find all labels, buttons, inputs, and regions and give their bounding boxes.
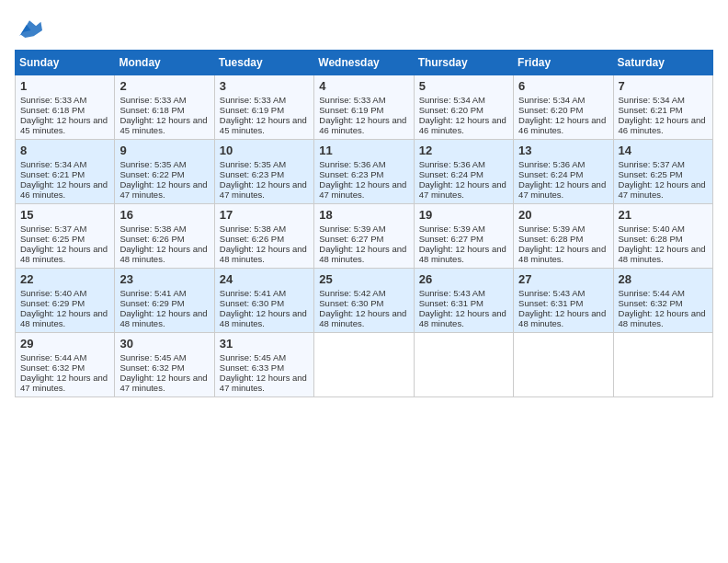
sunrise-label: Sunrise: 5:45 AM — [220, 352, 286, 362]
sunrise-label: Sunrise: 5:35 AM — [119, 159, 186, 169]
daylight-label: Daylight: 12 hours and 48 minutes. — [319, 308, 406, 328]
day-number: 9 — [119, 144, 209, 157]
calendar-cell: 12 Sunrise: 5:36 AM Sunset: 6:24 PM Dayl… — [414, 140, 513, 204]
sunrise-label: Sunrise: 5:34 AM — [20, 159, 86, 169]
daylight-label: Daylight: 12 hours and 47 minutes. — [119, 373, 207, 393]
calendar-cell: 25 Sunrise: 5:42 AM Sunset: 6:30 PM Dayl… — [314, 269, 414, 333]
sunset-label: Sunset: 6:31 PM — [419, 298, 483, 308]
daylight-label: Daylight: 12 hours and 48 minutes. — [20, 308, 108, 328]
sunset-label: Sunset: 6:26 PM — [119, 234, 184, 244]
sunrise-label: Sunrise: 5:44 AM — [20, 352, 86, 362]
calendar-cell: 6 Sunrise: 5:34 AM Sunset: 6:20 PM Dayli… — [514, 75, 613, 140]
daylight-label: Daylight: 12 hours and 45 minutes. — [20, 115, 108, 135]
daylight-label: Daylight: 12 hours and 47 minutes. — [419, 179, 506, 200]
sunrise-label: Sunrise: 5:37 AM — [20, 224, 86, 234]
daylight-label: Daylight: 12 hours and 48 minutes. — [518, 308, 606, 328]
calendar-cell: 1 Sunrise: 5:33 AM Sunset: 6:18 PM Dayli… — [16, 75, 115, 140]
day-number: 26 — [419, 272, 508, 286]
sunrise-label: Sunrise: 5:34 AM — [619, 95, 685, 105]
calendar-cell: 22 Sunrise: 5:40 AM Sunset: 6:29 PM Dayl… — [16, 269, 115, 333]
day-number: 30 — [119, 337, 209, 350]
calendar-cell: 27 Sunrise: 5:43 AM Sunset: 6:31 PM Dayl… — [514, 269, 613, 333]
day-number: 2 — [119, 79, 209, 93]
sunrise-label: Sunrise: 5:41 AM — [119, 288, 186, 298]
day-number: 1 — [20, 79, 109, 93]
day-number: 16 — [119, 208, 209, 222]
daylight-label: Daylight: 12 hours and 48 minutes. — [220, 244, 307, 264]
calendar-cell: 11 Sunrise: 5:36 AM Sunset: 6:23 PM Dayl… — [314, 140, 414, 204]
daylight-label: Daylight: 12 hours and 48 minutes. — [319, 244, 406, 264]
sunset-label: Sunset: 6:18 PM — [119, 105, 184, 115]
day-number: 21 — [619, 208, 708, 222]
daylight-label: Daylight: 12 hours and 45 minutes. — [220, 115, 307, 135]
day-number: 19 — [419, 208, 508, 222]
day-number: 5 — [419, 79, 508, 93]
sunset-label: Sunset: 6:26 PM — [220, 234, 284, 244]
sunset-label: Sunset: 6:23 PM — [319, 169, 383, 179]
sunset-label: Sunset: 6:20 PM — [518, 105, 583, 115]
day-number: 11 — [319, 144, 408, 157]
sunset-label: Sunset: 6:21 PM — [619, 105, 683, 115]
day-number: 20 — [518, 208, 608, 222]
sunset-label: Sunset: 6:20 PM — [419, 105, 483, 115]
daylight-label: Daylight: 12 hours and 48 minutes. — [220, 308, 307, 328]
day-number: 7 — [619, 79, 708, 93]
sunset-label: Sunset: 6:25 PM — [20, 234, 85, 244]
sunset-label: Sunset: 6:28 PM — [518, 234, 583, 244]
calendar-cell: 4 Sunrise: 5:33 AM Sunset: 6:19 PM Dayli… — [314, 75, 414, 140]
sunset-label: Sunset: 6:32 PM — [619, 298, 683, 308]
day-number: 28 — [619, 272, 708, 286]
sunrise-label: Sunrise: 5:36 AM — [518, 159, 585, 169]
sunrise-label: Sunrise: 5:44 AM — [619, 288, 685, 298]
calendar-cell: 19 Sunrise: 5:39 AM Sunset: 6:27 PM Dayl… — [414, 204, 513, 269]
col-header-tuesday: Tuesday — [214, 51, 313, 75]
sunrise-label: Sunrise: 5:39 AM — [518, 224, 585, 234]
sunrise-label: Sunrise: 5:38 AM — [119, 224, 186, 234]
day-number: 15 — [20, 208, 109, 222]
sunrise-label: Sunrise: 5:34 AM — [419, 95, 485, 105]
calendar-cell: 10 Sunrise: 5:35 AM Sunset: 6:23 PM Dayl… — [214, 140, 313, 204]
daylight-label: Daylight: 12 hours and 46 minutes. — [319, 115, 406, 135]
sunrise-label: Sunrise: 5:35 AM — [220, 159, 286, 169]
daylight-label: Daylight: 12 hours and 48 minutes. — [119, 308, 207, 328]
calendar-cell: 29 Sunrise: 5:44 AM Sunset: 6:32 PM Dayl… — [16, 333, 115, 397]
sunset-label: Sunset: 6:24 PM — [518, 169, 583, 179]
calendar-cell: 8 Sunrise: 5:34 AM Sunset: 6:21 PM Dayli… — [16, 140, 115, 204]
calendar-cell — [514, 333, 613, 397]
sunrise-label: Sunrise: 5:42 AM — [319, 288, 385, 298]
sunrise-label: Sunrise: 5:38 AM — [220, 224, 286, 234]
calendar-cell: 14 Sunrise: 5:37 AM Sunset: 6:25 PM Dayl… — [613, 140, 712, 204]
page-header — [15, 15, 713, 40]
sunset-label: Sunset: 6:30 PM — [319, 298, 383, 308]
sunset-label: Sunset: 6:21 PM — [20, 169, 85, 179]
col-header-monday: Monday — [115, 51, 214, 75]
sunrise-label: Sunrise: 5:36 AM — [419, 159, 485, 169]
calendar-cell: 23 Sunrise: 5:41 AM Sunset: 6:29 PM Dayl… — [115, 269, 214, 333]
sunset-label: Sunset: 6:27 PM — [319, 234, 383, 244]
calendar-cell — [314, 333, 414, 397]
calendar-table: SundayMondayTuesdayWednesdayThursdayFrid… — [15, 50, 713, 397]
calendar-cell — [613, 333, 712, 397]
sunset-label: Sunset: 6:28 PM — [619, 234, 683, 244]
day-number: 27 — [518, 272, 608, 286]
calendar-cell: 7 Sunrise: 5:34 AM Sunset: 6:21 PM Dayli… — [613, 75, 712, 140]
calendar-cell: 9 Sunrise: 5:35 AM Sunset: 6:22 PM Dayli… — [115, 140, 214, 204]
day-number: 23 — [119, 272, 209, 286]
sunset-label: Sunset: 6:27 PM — [419, 234, 483, 244]
calendar-cell — [414, 333, 513, 397]
daylight-label: Daylight: 12 hours and 48 minutes. — [619, 308, 706, 328]
calendar-cell: 24 Sunrise: 5:41 AM Sunset: 6:30 PM Dayl… — [214, 269, 313, 333]
sunset-label: Sunset: 6:32 PM — [119, 362, 184, 373]
col-header-wednesday: Wednesday — [314, 51, 414, 75]
calendar-cell: 3 Sunrise: 5:33 AM Sunset: 6:19 PM Dayli… — [214, 75, 313, 140]
sunset-label: Sunset: 6:19 PM — [319, 105, 383, 115]
daylight-label: Daylight: 12 hours and 48 minutes. — [119, 244, 207, 264]
calendar-row: 1 Sunrise: 5:33 AM Sunset: 6:18 PM Dayli… — [16, 75, 713, 140]
day-number: 14 — [619, 144, 708, 157]
sunset-label: Sunset: 6:25 PM — [619, 169, 683, 179]
sunrise-label: Sunrise: 5:43 AM — [518, 288, 585, 298]
daylight-label: Daylight: 12 hours and 48 minutes. — [419, 308, 506, 328]
daylight-label: Daylight: 12 hours and 48 minutes. — [419, 244, 506, 264]
calendar-cell: 21 Sunrise: 5:40 AM Sunset: 6:28 PM Dayl… — [613, 204, 712, 269]
logo-icon — [15, 15, 44, 40]
